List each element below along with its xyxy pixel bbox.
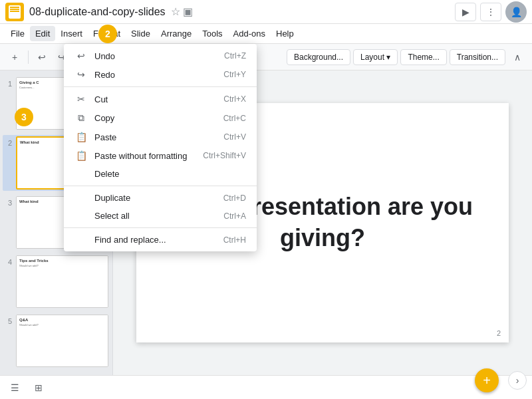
slide-num-3: 3 [4,196,16,207]
paste-icon: 📋 [74,132,88,142]
menu-help[interactable]: Help [271,26,299,41]
collapse-toolbar-button[interactable]: ∧ [508,48,527,66]
menu-arrange[interactable]: Arrange [156,26,197,41]
edit-menu: ↩ Undo Ctrl+Z ↪ Redo Ctrl+Y ✂ Cut Ctrl+X… [64,44,257,251]
add-slide-button[interactable]: + [5,48,24,66]
paste-format-label: Paste without formatting [94,151,192,161]
delete-label: Delete [94,169,235,179]
menu-bar: File Edit Insert Format Slide Arrange To… [0,24,532,44]
menu-copy[interactable]: ⧉ Copy Ctrl+C [64,108,257,128]
menu-delete[interactable]: Delete [64,165,257,183]
cut-icon: ✂ [74,94,88,104]
slide-num-4: 4 [4,255,16,266]
background-button[interactable]: Background... [287,49,350,65]
menu-insert[interactable]: Insert [55,26,88,41]
menu-find-replace[interactable]: Find and replace... Ctrl+H [64,231,257,249]
grid-view-button[interactable]: ⊞ [29,378,48,397]
undo-label: Undo [94,51,213,61]
document-title[interactable]: 08-duplicate-and-copy-slides [29,6,166,18]
menu-select-all[interactable]: Select all Ctrl+A [64,207,257,225]
toolbar-right: Background... Layout ▾ Theme... Transiti… [287,48,527,66]
cut-label: Cut [94,94,213,104]
duplicate-label: Duplicate [94,193,213,203]
top-right-controls: ▶ ⋮ 👤 [455,1,527,23]
layout-button[interactable]: Layout ▾ [353,49,398,65]
find-replace-label: Find and replace... [94,235,213,245]
cut-shortcut: Ctrl+X [223,94,246,104]
step-badge-2: 2 [98,25,117,43]
slides-app-icon [5,3,24,21]
paste-format-shortcut: Ctrl+Shift+V [203,151,246,160]
slide-num-5: 5 [4,315,16,325]
slide-thumb-5[interactable]: 5 Q&A Should we add? [3,313,110,368]
undo-shortcut: Ctrl+Z [224,51,246,61]
paste-label: Paste [94,132,213,142]
star-icon[interactable]: ☆ [171,5,180,18]
menu-divider-3 [64,227,257,228]
expand-button[interactable]: › [508,371,527,390]
avatar[interactable]: 👤 [505,1,527,23]
more-options-button[interactable]: ⋮ [480,3,501,21]
menu-cut[interactable]: ✂ Cut Ctrl+X [64,90,257,108]
menu-file[interactable]: File [5,26,30,41]
menu-slide[interactable]: Slide [126,26,156,41]
menu-redo[interactable]: ↪ Redo Ctrl+Y [64,65,257,84]
select-all-shortcut: Ctrl+A [223,211,246,221]
slide-thumb-4[interactable]: 4 Tips and Tricks Should we add? [3,254,110,309]
slide-num-2: 2 [4,136,16,147]
menu-paste[interactable]: 📋 Paste Ctrl+V [64,128,257,146]
theme-button[interactable]: Theme... [400,49,446,65]
slide-page-number: 2 [497,329,501,337]
bottom-bar: ☰ ⊞ + › [0,375,532,399]
menu-edit[interactable]: Edit [30,26,55,41]
menu-divider-2 [64,186,257,186]
duplicate-shortcut: Ctrl+D [223,194,246,203]
transition-button[interactable]: Transition... [450,49,505,65]
redo-label: Redo [94,70,213,80]
toolbar-divider [28,51,29,64]
present-button[interactable]: ▶ [455,3,476,21]
menu-paste-without-formatting[interactable]: 📋 Paste without formatting Ctrl+Shift+V [64,146,257,165]
add-slide-fab[interactable]: + [475,368,499,392]
select-all-label: Select all [94,211,213,221]
menu-duplicate[interactable]: Duplicate Ctrl+D [64,189,257,207]
slide-preview-4: Tips and Tricks Should we add? [16,255,108,308]
step-badge-3: 3 [15,108,33,126]
copy-shortcut: Ctrl+C [223,114,246,123]
menu-undo[interactable]: ↩ Undo Ctrl+Z [64,47,257,65]
slide-num-1: 1 [4,77,16,88]
undo-button[interactable]: ↩ [33,48,51,66]
copy-icon: ⧉ [74,112,88,124]
title-bar: 08-duplicate-and-copy-slides ☆ ▣ ▶ ⋮ 👤 [0,0,532,24]
copy-label: Copy [94,113,213,123]
folder-icon[interactable]: ▣ [183,5,193,18]
menu-addons[interactable]: Add-ons [228,26,271,41]
slide-preview-5: Q&A Should we add? [16,315,108,367]
find-replace-shortcut: Ctrl+H [223,235,246,245]
redo-icon: ↪ [74,69,88,80]
redo-shortcut: Ctrl+Y [223,70,246,79]
paste-shortcut: Ctrl+V [223,132,246,142]
paste-format-icon: 📋 [74,150,88,161]
menu-divider-1 [64,86,257,87]
menu-tools[interactable]: Tools [197,26,227,41]
list-view-button[interactable]: ☰ [5,378,24,397]
undo-icon: ↩ [74,51,88,61]
